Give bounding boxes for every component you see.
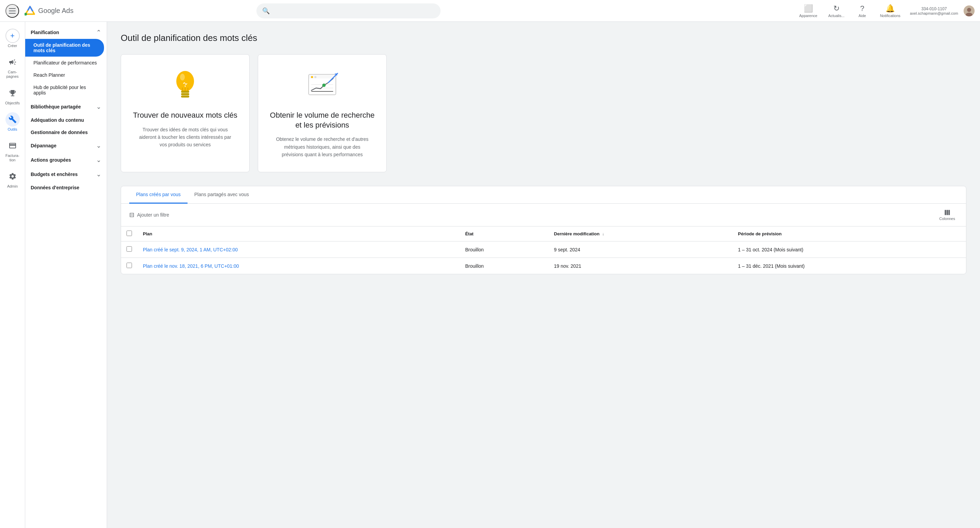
chevron-down-icon-3: ⌄: [96, 156, 101, 164]
sort-arrow-icon: ↓: [602, 231, 604, 236]
trophy-icon: [8, 89, 17, 97]
filter-label[interactable]: Ajouter un filtre: [137, 212, 169, 218]
hub-publicite-label: Hub de publicité pour les applis: [33, 85, 99, 96]
main-content: Outil de planification des mots clés: [107, 22, 980, 528]
wrench-icon: [8, 115, 17, 123]
sidebar-item-outils[interactable]: Outils: [1, 110, 24, 134]
card-volume-title: Obtenir le volume de recherche et les pr…: [269, 110, 375, 130]
card-trouver-mots-cles[interactable]: Trouver de nouveaux mots clés Trouver de…: [121, 54, 250, 172]
search-input[interactable]: [274, 8, 435, 14]
avatar[interactable]: [964, 5, 975, 16]
planification-section-header[interactable]: Planification ⌃: [25, 25, 107, 39]
row2-checkbox-cell: [121, 258, 137, 274]
chevron-down-icon-4: ⌄: [96, 171, 101, 178]
row2-modification-cell: 19 nov. 2021: [549, 258, 733, 274]
columns-label: Colonnes: [939, 217, 955, 221]
campagnes-circle: [5, 55, 20, 69]
objectifs-circle: [5, 86, 20, 100]
notifications-label: Notifications: [880, 14, 900, 18]
logo-text: Google Ads: [38, 7, 73, 15]
budgets-section-header[interactable]: Budgets et enchères ⌄: [25, 166, 107, 181]
hamburger-menu-button[interactable]: [5, 4, 19, 18]
gestionnaire-section-header[interactable]: Gestionnaire de données: [25, 126, 107, 138]
header-plan: Plan: [137, 227, 460, 241]
svg-point-4: [967, 8, 971, 12]
header-derniere-modification[interactable]: Dernière modification ↓: [549, 227, 733, 241]
tab-plans-crees[interactable]: Plans créés par vous: [129, 186, 188, 204]
facturation-label: Factura- tion: [4, 153, 21, 162]
filter-icon: ⊟: [129, 211, 134, 219]
tab-plans-partages[interactable]: Plans partagés avec vous: [188, 186, 256, 204]
donnees-title: Données d'entreprise: [31, 185, 80, 190]
account-info[interactable]: 334-010-1107 axel.schapmann@gmail.com: [907, 5, 961, 17]
credit-card-icon: [8, 142, 17, 150]
apparence-label: Apparence: [799, 14, 817, 18]
row1-modification-cell: 9 sept. 2024: [549, 241, 733, 258]
apparence-button[interactable]: ⬜ Apparence: [795, 2, 821, 20]
depannage-section-header[interactable]: Dépannage ⌄: [25, 138, 107, 152]
header-checkbox-col: [121, 227, 137, 241]
megaphone-icon: [8, 58, 17, 66]
hamburger-icon: [9, 8, 16, 14]
svg-rect-13: [181, 96, 189, 97]
sidebar-item-admin[interactable]: Admin: [1, 166, 24, 191]
card-volume-recherche[interactable]: Obtenir le volume de recherche et les pr…: [258, 54, 387, 172]
cards-grid: Trouver de nouveaux mots clés Trouver de…: [121, 54, 387, 172]
bibliotheque-section-header[interactable]: Bibliothèque partagée ⌄: [25, 99, 107, 113]
row2-plan-link[interactable]: Plan créé le nov. 18, 2021, 6 PM, UTC+01…: [143, 263, 239, 269]
svg-rect-18: [309, 78, 335, 94]
filter-left: ⊟ Ajouter un filtre: [129, 211, 169, 219]
objectifs-label: Objectifs: [5, 101, 20, 105]
sidebar-item-outil-mots-cles[interactable]: Outil de planification des mots clés: [25, 39, 104, 57]
sidebar-item-objectifs[interactable]: Objectifs: [1, 83, 24, 108]
select-all-checkbox[interactable]: [127, 231, 132, 236]
bell-icon: 🔔: [886, 4, 895, 13]
help-icon: ?: [860, 4, 864, 13]
account-id: 334-010-1107: [921, 6, 947, 11]
row2-checkbox[interactable]: [127, 263, 132, 268]
admin-label: Admin: [7, 184, 18, 188]
aide-button[interactable]: ? Aide: [851, 2, 873, 20]
create-circle: +: [5, 29, 20, 43]
table-body: Plan créé le sept. 9, 2024, 1 AM, UTC+02…: [121, 241, 966, 274]
actions-groupees-section-header[interactable]: Actions groupées ⌄: [25, 152, 107, 166]
sidebar-item-campagnes[interactable]: Cam- pagnes: [1, 52, 24, 81]
account-email: axel.schapmann@gmail.com: [910, 11, 958, 15]
sidebar-item-reach-planner[interactable]: Reach Planner: [25, 69, 104, 81]
row2-periode-cell: 1 – 31 déc. 2021 (Mois suivant): [732, 258, 966, 274]
side-navigation: Planification ⌃ Outil de planification d…: [25, 22, 107, 528]
google-ads-logo[interactable]: Google Ads: [25, 5, 73, 16]
row2-etat-cell: Brouillon: [460, 258, 548, 274]
svg-point-16: [311, 76, 313, 78]
card-trouver-title: Trouver de nouveaux mots clés: [133, 110, 237, 120]
outil-mots-cles-label: Outil de planification des mots clés: [33, 42, 99, 53]
sidebar-item-planificateur-perf[interactable]: Planificateur de performances: [25, 57, 104, 69]
app-body: + Créer Cam- pagnes Objectifs: [0, 22, 980, 528]
columns-button[interactable]: Colonnes: [937, 208, 958, 222]
outils-label: Outils: [8, 127, 17, 132]
sidebar-item-hub-publicite[interactable]: Hub de publicité pour les applis: [25, 81, 104, 99]
plus-icon: +: [10, 31, 15, 40]
aide-label: Aide: [859, 14, 866, 18]
filter-bar: ⊟ Ajouter un filtre Colonnes: [121, 204, 966, 227]
planificateur-perf-label: Planificateur de performances: [33, 60, 97, 65]
sidebar-item-facturation[interactable]: Factura- tion: [1, 136, 24, 165]
depannage-title: Dépannage: [31, 143, 56, 148]
chevron-down-icon-2: ⌄: [96, 142, 101, 149]
adequation-section-header[interactable]: Adéquation du contenu: [25, 113, 107, 126]
lightbulb-svg: [165, 68, 205, 102]
row1-checkbox[interactable]: [127, 246, 132, 252]
adequation-title: Adéquation du contenu: [31, 117, 84, 123]
donnees-section-header[interactable]: Données d'entreprise: [25, 181, 107, 193]
table-header-row: Plan État Dernière modification ↓ Périod…: [121, 227, 966, 241]
search-bar[interactable]: 🔍: [256, 3, 441, 18]
svg-point-7: [180, 74, 185, 80]
nav-actions: ⬜ Apparence ↻ Actualis... ? Aide 🔔 Notif…: [795, 2, 975, 20]
sidebar-item-creer[interactable]: + Créer: [1, 26, 24, 51]
notifications-button[interactable]: 🔔 Notifications: [876, 2, 905, 20]
actualiser-button[interactable]: ↻ Actualis...: [824, 2, 849, 20]
svg-point-17: [314, 76, 317, 78]
columns-icon: [944, 209, 951, 216]
outils-circle: [5, 112, 20, 126]
row1-plan-link[interactable]: Plan créé le sept. 9, 2024, 1 AM, UTC+02…: [143, 247, 238, 252]
